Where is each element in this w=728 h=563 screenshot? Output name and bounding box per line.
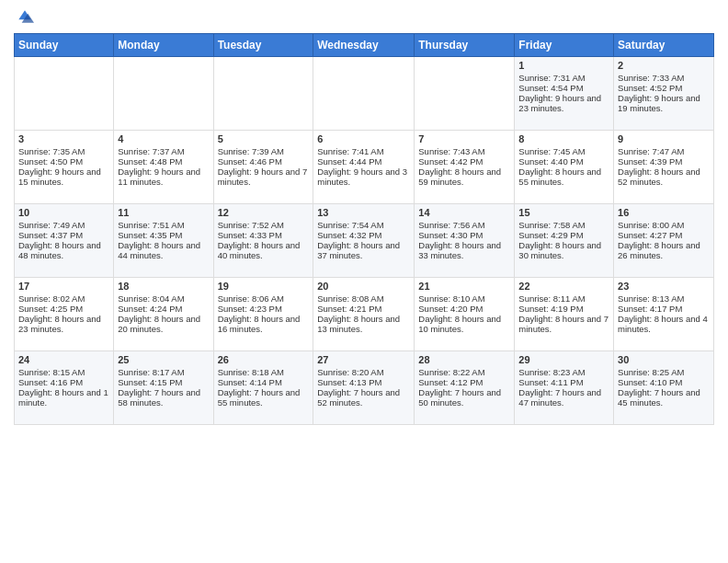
calendar-header-sunday: Sunday [15,34,114,57]
day-info: Sunset: 4:15 PM [118,377,209,387]
calendar-cell: 25Sunrise: 8:17 AMSunset: 4:15 PMDayligh… [114,351,213,425]
calendar-cell: 17Sunrise: 8:02 AMSunset: 4:25 PMDayligh… [15,278,114,351]
day-info: Daylight: 8 hours and 44 minutes. [118,240,209,260]
day-info: Daylight: 8 hours and 33 minutes. [418,240,510,260]
day-info: Sunset: 4:16 PM [18,377,109,387]
calendar-cell: 29Sunrise: 8:23 AMSunset: 4:11 PMDayligh… [515,351,614,425]
day-info: Daylight: 7 hours and 52 minutes. [317,387,410,408]
day-info: Daylight: 8 hours and 59 minutes. [418,167,510,187]
calendar-header-saturday: Saturday [614,34,714,57]
calendar-cell: 23Sunrise: 8:13 AMSunset: 4:17 PMDayligh… [614,278,714,351]
day-info: Sunset: 4:37 PM [18,230,109,240]
day-info: Sunset: 4:50 PM [18,156,109,167]
day-info: Sunset: 4:35 PM [118,230,209,240]
day-info: Sunrise: 8:06 AM [218,293,310,304]
day-info: Sunset: 4:25 PM [18,304,109,314]
day-info: Sunset: 4:46 PM [218,156,310,167]
day-number: 19 [218,281,310,292]
day-info: Daylight: 8 hours and 10 minutes. [418,314,510,334]
day-info: Sunrise: 7:37 AM [118,146,209,156]
calendar-cell: 15Sunrise: 7:58 AMSunset: 4:29 PMDayligh… [515,204,614,278]
day-number: 30 [618,354,710,365]
day-info: Daylight: 8 hours and 7 minutes. [518,314,609,334]
calendar-cell: 1Sunrise: 7:31 AMSunset: 4:54 PMDaylight… [515,57,614,131]
day-info: Sunrise: 8:22 AM [418,367,510,377]
day-info: Daylight: 8 hours and 55 minutes. [518,167,609,187]
day-info: Sunrise: 7:54 AM [317,220,410,230]
day-info: Sunrise: 8:11 AM [518,293,609,304]
day-number: 29 [518,354,609,365]
day-info: Sunrise: 8:23 AM [518,367,609,377]
day-info: Sunrise: 7:35 AM [18,146,109,156]
calendar-cell: 21Sunrise: 8:10 AMSunset: 4:20 PMDayligh… [415,278,515,351]
day-number: 2 [618,60,710,71]
calendar-cell [313,57,415,131]
day-info: Sunrise: 7:58 AM [518,220,609,230]
day-info: Daylight: 8 hours and 26 minutes. [618,240,710,260]
day-info: Sunset: 4:30 PM [418,230,510,240]
calendar-cell: 16Sunrise: 8:00 AMSunset: 4:27 PMDayligh… [614,204,714,278]
calendar-cell: 7Sunrise: 7:43 AMSunset: 4:42 PMDaylight… [415,131,515,204]
calendar-cell: 6Sunrise: 7:41 AMSunset: 4:44 PMDaylight… [313,131,415,204]
calendar-cell [415,57,515,131]
day-number: 5 [218,133,310,144]
day-info: Sunrise: 7:43 AM [418,146,510,156]
day-number: 21 [418,281,510,292]
day-info: Daylight: 9 hours and 23 minutes. [518,93,609,113]
day-number: 22 [518,281,609,292]
day-info: Sunrise: 8:02 AM [18,293,109,304]
day-info: Sunset: 4:33 PM [218,230,310,240]
day-number: 12 [218,207,310,218]
day-info: Sunset: 4:40 PM [518,156,609,167]
logo-icon [16,7,34,26]
day-number: 9 [618,133,710,144]
calendar-cell: 19Sunrise: 8:06 AMSunset: 4:23 PMDayligh… [213,278,313,351]
calendar-cell: 9Sunrise: 7:47 AMSunset: 4:39 PMDaylight… [614,131,714,204]
day-number: 8 [518,133,609,144]
day-info: Sunrise: 7:52 AM [218,220,310,230]
calendar-header-thursday: Thursday [415,34,515,57]
day-info: Daylight: 8 hours and 30 minutes. [518,240,609,260]
day-number: 18 [118,281,209,292]
calendar-cell [15,57,114,131]
logo [14,9,34,26]
calendar-cell: 14Sunrise: 7:56 AMSunset: 4:30 PMDayligh… [415,204,515,278]
day-info: Daylight: 9 hours and 15 minutes. [18,167,109,187]
calendar-cell: 26Sunrise: 8:18 AMSunset: 4:14 PMDayligh… [213,351,313,425]
day-number: 16 [618,207,710,218]
calendar-cell: 27Sunrise: 8:20 AMSunset: 4:13 PMDayligh… [313,351,415,425]
day-info: Sunset: 4:27 PM [618,230,710,240]
day-info: Sunrise: 8:08 AM [317,293,410,304]
calendar-header-tuesday: Tuesday [213,34,313,57]
day-info: Sunrise: 7:31 AM [518,73,609,83]
day-info: Daylight: 8 hours and 4 minutes. [618,314,710,334]
calendar-cell: 12Sunrise: 7:52 AMSunset: 4:33 PMDayligh… [213,204,313,278]
day-info: Daylight: 9 hours and 19 minutes. [618,93,710,113]
day-info: Sunset: 4:24 PM [118,304,209,314]
day-info: Daylight: 7 hours and 58 minutes. [118,387,209,408]
day-number: 23 [618,281,710,292]
day-info: Sunrise: 8:13 AM [618,293,710,304]
day-number: 10 [18,207,109,218]
calendar-cell: 8Sunrise: 7:45 AMSunset: 4:40 PMDaylight… [515,131,614,204]
day-info: Sunrise: 8:10 AM [418,293,510,304]
day-info: Sunset: 4:23 PM [218,304,310,314]
day-info: Sunset: 4:52 PM [618,83,710,93]
day-info: Sunset: 4:48 PM [118,156,209,167]
day-info: Sunset: 4:29 PM [518,230,609,240]
day-info: Daylight: 8 hours and 52 minutes. [618,167,710,187]
day-info: Daylight: 8 hours and 37 minutes. [317,240,410,260]
calendar-cell [213,57,313,131]
day-info: Sunrise: 8:17 AM [118,367,209,377]
calendar: SundayMondayTuesdayWednesdayThursdayFrid… [14,33,714,425]
day-info: Sunrise: 8:15 AM [18,367,109,377]
day-info: Sunrise: 8:25 AM [618,367,710,377]
day-info: Sunset: 4:42 PM [418,156,510,167]
calendar-cell: 30Sunrise: 8:25 AMSunset: 4:10 PMDayligh… [614,351,714,425]
day-info: Daylight: 7 hours and 55 minutes. [218,387,310,408]
day-info: Daylight: 9 hours and 11 minutes. [118,167,209,187]
calendar-cell: 18Sunrise: 8:04 AMSunset: 4:24 PMDayligh… [114,278,213,351]
day-number: 28 [418,354,510,365]
day-info: Daylight: 7 hours and 50 minutes. [418,387,510,408]
day-info: Sunset: 4:12 PM [418,377,510,387]
